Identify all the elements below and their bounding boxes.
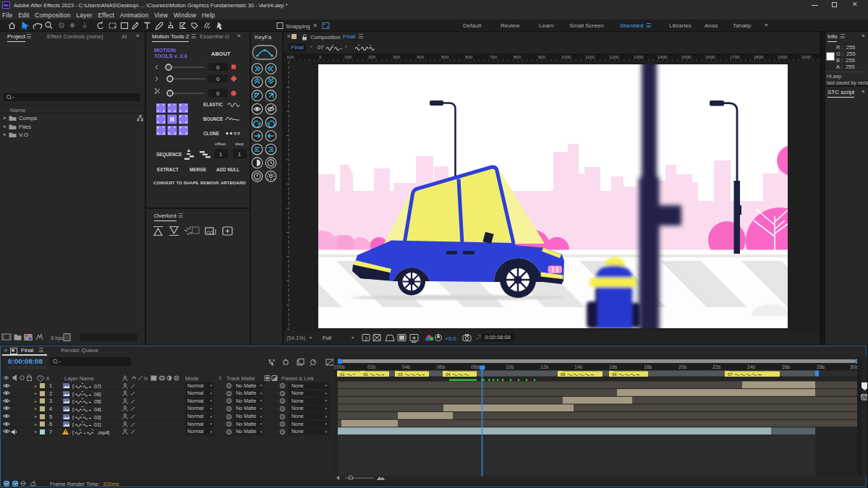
svg-text:03]: 03] (94, 414, 101, 420)
svg-text:[: [ (72, 406, 75, 412)
svg-text:1: 1 (238, 151, 241, 158)
svg-text:04: 04 (446, 372, 451, 377)
svg-text:500: 500 (441, 55, 449, 59)
svg-text:14s: 14s (574, 364, 583, 369)
svg-text:0: 0 (216, 76, 220, 82)
svg-text:[: [ (72, 421, 75, 428)
svg-text:ELASTIC: ELASTIC (203, 102, 223, 107)
svg-text:400: 400 (417, 55, 425, 59)
svg-text:01: 01 (340, 372, 345, 377)
svg-text:ADD NULL: ADD NULL (216, 167, 239, 172)
svg-text:10s: 10s (506, 364, 514, 369)
svg-text:300: 300 (393, 55, 401, 59)
svg-text:06s: 06s (437, 364, 446, 369)
svg-text:[: [ (72, 398, 75, 405)
svg-text:1500: 1500 (681, 55, 692, 59)
svg-text:04s: 04s (402, 364, 411, 369)
svg-text:02s: 02s (367, 364, 376, 369)
svg-text:Parent & Link: Parent & Link (281, 375, 314, 382)
svg-text:02: 02 (363, 372, 368, 377)
svg-text:2000: 2000 (801, 55, 812, 59)
svg-text:BOUNCE: BOUNCE (203, 116, 223, 121)
svg-text:8 bpc: 8 bpc (51, 335, 64, 341)
svg-text:18s: 18s (644, 364, 652, 369)
svg-text:MERGE: MERGE (190, 167, 206, 172)
svg-text:1000: 1000 (561, 55, 571, 59)
svg-text:l:00s: l:00s (334, 364, 345, 369)
svg-text:06: 06 (612, 372, 617, 377)
svg-text:16s: 16s (609, 364, 618, 369)
svg-text:SEQUENCE: SEQUENCE (156, 152, 182, 158)
svg-text:Layer Name: Layer Name (64, 375, 94, 382)
svg-text:CLONE: CLONE (203, 131, 219, 136)
svg-text:04]: 04] (94, 406, 101, 412)
svg-text:100: 100 (344, 55, 352, 59)
svg-text:1900: 1900 (778, 55, 788, 59)
svg-text:[: [ (72, 414, 75, 420)
svg-text:26s: 26s (782, 364, 791, 369)
svg-text:fx: fx (144, 376, 148, 381)
svg-text:REMOVE ARTBOARD: REMOVE ARTBOARD (200, 180, 246, 185)
svg-text:[: [ (72, 390, 75, 397)
svg-text:offset: offset (215, 141, 226, 146)
svg-text:1200: 1200 (609, 55, 619, 59)
svg-text:#: # (46, 375, 50, 382)
svg-text:600: 600 (465, 55, 473, 59)
svg-text:06]: 06] (94, 391, 101, 397)
svg-text:EXTRACT: EXTRACT (157, 167, 179, 172)
svg-text:.mp4]: .mp4] (97, 429, 110, 435)
svg-text:24s: 24s (747, 364, 756, 369)
svg-text:T: T (218, 375, 222, 382)
svg-text:01]: 01] (94, 422, 101, 428)
svg-text:07: 07 (728, 372, 733, 377)
svg-text:22s: 22s (712, 364, 721, 369)
svg-text:1400: 1400 (658, 55, 668, 59)
svg-text:900: 900 (538, 55, 546, 59)
svg-text:1600: 1600 (705, 55, 715, 59)
svg-text:100: 100 (286, 55, 294, 59)
svg-text:05]: 05] (94, 399, 101, 405)
svg-text:Track Matte: Track Matte (226, 375, 255, 382)
svg-text:20s: 20s (678, 364, 687, 369)
svg-text:1300: 1300 (634, 55, 644, 59)
svg-text:+0.0: +0.0 (445, 335, 456, 342)
svg-text:1800: 1800 (754, 55, 764, 59)
svg-text:1100: 1100 (585, 55, 595, 59)
svg-text:0: 0 (216, 64, 220, 71)
svg-text:Mode: Mode (185, 375, 199, 382)
svg-text:0: 0 (216, 90, 220, 97)
svg-text:Snapping: Snapping (286, 23, 310, 30)
svg-text:800: 800 (514, 55, 522, 59)
svg-text:[: [ (72, 429, 75, 435)
svg-text:07]: 07] (94, 384, 101, 390)
svg-text:CONVERT TO SHAPE: CONVERT TO SHAPE (153, 180, 199, 185)
svg-text:05: 05 (561, 372, 566, 377)
svg-text:08s: 08s (471, 364, 480, 369)
svg-text:200: 200 (368, 55, 376, 59)
svg-text:12s: 12s (540, 364, 549, 369)
svg-text:1700: 1700 (730, 55, 740, 59)
svg-text:[: [ (72, 383, 75, 390)
svg-text:step: step (235, 141, 244, 146)
svg-text:1: 1 (219, 151, 222, 158)
svg-text:03: 03 (398, 372, 403, 377)
svg-text:28s: 28s (817, 364, 825, 369)
svg-text:700: 700 (490, 55, 498, 59)
